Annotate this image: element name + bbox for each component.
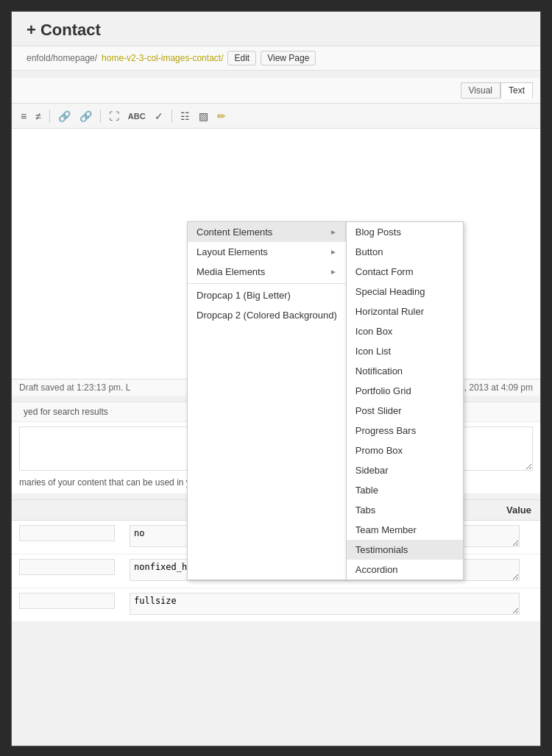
unlink-icon[interactable]: 🔗 (77, 109, 95, 124)
menu-item-content-elements-label: Content Elements (197, 227, 272, 238)
cf-key-0 (19, 525, 122, 541)
menu-item-testimonials[interactable]: Testimonials (347, 540, 463, 560)
menu-item-media-elements-label: Media Elements (197, 266, 265, 277)
menu-item-media-elements[interactable]: Media Elements ► (188, 262, 346, 282)
cf-key-input-1[interactable] (19, 559, 115, 575)
cf-value-header: Value (506, 504, 531, 516)
menu-item-progress-bars[interactable]: Progress Bars (347, 421, 463, 441)
cf-key-2 (19, 593, 122, 609)
menu-item-dropcap1-label: Dropcap 1 (Big Letter) (197, 290, 291, 301)
menu-item-special-heading[interactable]: Special Heading (347, 282, 463, 302)
tab-visual[interactable]: Visual (461, 82, 500, 99)
image-icon[interactable]: ⛶ (106, 109, 122, 124)
cf-key-1 (19, 559, 122, 575)
dropdown-menu: Content Elements ► Layout Elements ► Med… (187, 221, 464, 580)
breadcrumb-prefix: enfold/homepage/ (26, 53, 97, 63)
dropdown-col2: Blog Posts Button Contact Form Special H… (346, 221, 464, 580)
page-header: + Contact (12, 12, 540, 46)
abc-icon[interactable]: ABC (125, 110, 149, 122)
grid-icon[interactable]: ▨ (196, 109, 211, 124)
menu-item-notification[interactable]: Notification (347, 361, 463, 381)
check-icon[interactable]: ✓ (152, 109, 166, 124)
menu-divider-1 (188, 283, 346, 284)
toolbar-separator-3 (171, 110, 172, 123)
edit-button[interactable]: Edit (227, 51, 256, 65)
menu-item-tabs[interactable]: Tabs (347, 500, 463, 520)
menu-item-horizontal-ruler[interactable]: Horizontal Ruler (347, 302, 463, 321)
excerpt-label: yed for search results (24, 407, 108, 417)
menu-item-accordion[interactable]: Accordion (347, 560, 463, 580)
submenu-arrow-media: ► (330, 268, 337, 276)
submenu-arrow-content: ► (330, 228, 337, 236)
cf-value-textarea-2[interactable]: fullsize (130, 593, 520, 615)
menu-item-dropcap2-label: Dropcap 2 (Colored Background) (197, 310, 337, 321)
draft-status: Draft saved at 1:23:13 pm. L (19, 382, 130, 393)
menu-item-icon-box[interactable]: Icon Box (347, 321, 463, 341)
toolbar-separator-1 (49, 110, 50, 123)
cf-row-2: fullsize (12, 588, 540, 622)
breadcrumb-bar: enfold/homepage/ home-v2-3-col-images-co… (12, 46, 540, 71)
align-left-icon[interactable]: ≡ (18, 109, 29, 124)
cf-key-input-0[interactable] (19, 525, 115, 541)
breadcrumb-link[interactable]: home-v2-3-col-images-contact/ (102, 53, 223, 63)
menu-item-table[interactable]: Table (347, 480, 463, 500)
pencil-icon[interactable]: ✏ (214, 109, 229, 124)
menu-item-post-slider[interactable]: Post Slider (347, 401, 463, 421)
link-icon[interactable]: 🔗 (55, 109, 74, 124)
editor-toolbar: ≡ ≠ 🔗 🔗 ⛶ ABC ✓ ☷ ▨ ✏ (12, 104, 540, 129)
toolbar-separator-2 (100, 110, 101, 123)
menu-item-portfolio-grid[interactable]: Portfolio Grid (347, 381, 463, 401)
menu-item-team-member[interactable]: Team Member (347, 520, 463, 540)
editor-tabs: Visual Text (12, 78, 540, 104)
cf-key-input-2[interactable] (19, 593, 115, 609)
align-center-icon[interactable]: ≠ (32, 109, 44, 124)
menu-item-dropcap1[interactable]: Dropcap 1 (Big Letter) (188, 285, 346, 305)
page-title: + Contact (26, 21, 526, 40)
menu-item-icon-list[interactable]: Icon List (347, 341, 463, 361)
view-page-button[interactable]: View Page (261, 51, 316, 65)
tab-text[interactable]: Text (500, 82, 533, 99)
menu-item-layout-elements-label: Layout Elements (197, 246, 268, 257)
cf-val-2: fullsize (130, 593, 520, 617)
table-icon[interactable]: ☷ (177, 109, 193, 124)
editor-area: Visual Text ≡ ≠ 🔗 🔗 ⛶ ABC ✓ ☷ ▨ ✏ Conten… (12, 78, 540, 396)
menu-item-button[interactable]: Button (347, 242, 463, 262)
submenu-arrow-layout: ► (330, 248, 337, 256)
menu-item-contact-form[interactable]: Contact Form (347, 262, 463, 282)
menu-item-dropcap2[interactable]: Dropcap 2 (Colored Background) (188, 305, 346, 325)
menu-item-content-elements[interactable]: Content Elements ► (188, 222, 346, 242)
menu-item-sidebar[interactable]: Sidebar (347, 460, 463, 480)
menu-item-promo-box[interactable]: Promo Box (347, 441, 463, 460)
menu-item-blog-posts[interactable]: Blog Posts (347, 222, 463, 242)
menu-item-layout-elements[interactable]: Layout Elements ► (188, 242, 346, 262)
dropdown-col1: Content Elements ► Layout Elements ► Med… (187, 221, 347, 580)
